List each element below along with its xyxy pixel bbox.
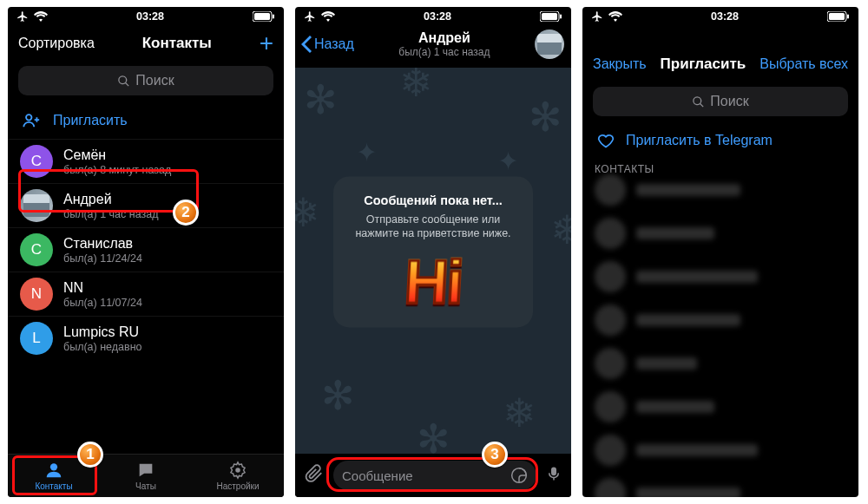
microphone-icon (546, 464, 562, 483)
message-placeholder: Сообщение (342, 468, 413, 483)
greeting-sticker[interactable]: Hi (403, 254, 463, 312)
contact-status: был(а) 11/07/24 (63, 297, 142, 309)
heart-icon (596, 132, 615, 149)
contact-row[interactable]: С Семён был(а) 8 минут назад (8, 139, 284, 183)
contact-status: был(а) недавно (63, 341, 142, 353)
list-item[interactable] (582, 168, 858, 212)
battery-icon (827, 11, 850, 22)
search-icon (692, 95, 705, 108)
tab-label: Контакты (35, 481, 72, 491)
search-icon (117, 75, 130, 88)
message-input-bar: Сообщение (295, 454, 571, 497)
svg-rect-1 (254, 13, 270, 20)
airplane-mode-icon (304, 10, 316, 23)
contact-status: был(а) 11/24/24 (63, 252, 142, 265)
status-bar: 03:28 (582, 7, 858, 24)
screen-contacts: 03:28 Сортировка Контакты + Поиск Пригла… (8, 7, 284, 497)
avatar (20, 189, 53, 222)
svg-point-3 (26, 115, 31, 120)
empty-chat-bubble[interactable]: Сообщений пока нет... Отправьте сообщени… (333, 176, 533, 327)
wifi-icon (608, 11, 622, 22)
invite-header: Закрыть Пригласить Выбрать всех (582, 45, 858, 83)
tab-bar: Контакты Чаты Настройки (8, 454, 284, 497)
avatar: L (20, 322, 53, 355)
search-placeholder: Поиск (710, 94, 748, 109)
status-time: 03:28 (424, 10, 451, 23)
chat-background: ✻❄✻ ❄❄ ✻❄✻ ✦✦ Сообщений пока нет... Отпр… (295, 68, 571, 454)
sticker-icon[interactable] (510, 467, 528, 484)
contact-name: Андрей (63, 192, 159, 207)
select-all-button[interactable]: Выбрать всех (760, 56, 848, 72)
contact-status: был(а) 8 минут назад (63, 164, 171, 176)
svg-rect-7 (542, 13, 557, 20)
contact-row[interactable]: L Lumpics RU был(а) недавно (8, 316, 284, 360)
airplane-mode-icon (591, 10, 603, 23)
invite-telegram-row[interactable]: Пригласить в Telegram (582, 123, 858, 158)
invite-title: Пригласить (661, 56, 746, 73)
contact-name: Станислав (63, 236, 142, 252)
svg-rect-11 (829, 13, 845, 20)
avatar: С (20, 233, 53, 266)
screen-chat: 03:28 Назад Андрей был(а) 1 час назад ✻❄… (295, 7, 571, 497)
invite-icon (22, 111, 41, 130)
contact-row[interactable]: Андрей был(а) 1 час назад (8, 183, 284, 227)
tab-settings[interactable]: Настройки (192, 455, 284, 497)
status-time: 03:28 (711, 10, 739, 23)
chats-tab-icon (135, 461, 156, 480)
tab-label: Чаты (135, 481, 156, 491)
step-marker-2: 2 (173, 200, 199, 226)
search-input[interactable]: Поиск (18, 66, 273, 95)
list-item[interactable] (582, 212, 858, 255)
contact-name: NN (63, 280, 142, 296)
battery-icon (540, 11, 562, 22)
search-input[interactable]: Поиск (593, 87, 848, 116)
tab-chats[interactable]: Чаты (100, 455, 192, 497)
back-button[interactable]: Назад (300, 36, 354, 53)
svg-point-4 (50, 463, 57, 470)
search-placeholder: Поиск (135, 73, 174, 88)
chevron-left-icon (300, 36, 312, 53)
contact-status: был(а) 1 час назад (63, 208, 159, 220)
invite-label: Пригласить (53, 113, 128, 128)
contact-row[interactable]: N NN был(а) 11/07/24 (8, 272, 284, 316)
list-item[interactable] (582, 472, 858, 497)
list-item[interactable] (582, 255, 858, 298)
avatar: N (20, 278, 53, 311)
bubble-title: Сообщений пока нет... (345, 193, 521, 207)
battery-icon (253, 11, 275, 22)
close-button[interactable]: Закрыть (593, 56, 647, 72)
header: Сортировка Контакты + (8, 24, 284, 62)
add-contact-button[interactable]: + (260, 31, 273, 56)
contact-list: С Семён был(а) 8 минут назад Андрей был(… (8, 139, 284, 360)
screen-invite: 03:28 Закрыть Пригласить Выбрать всех По… (582, 7, 858, 497)
list-item[interactable] (582, 429, 858, 472)
invite-row[interactable]: Пригласить (8, 102, 284, 139)
airplane-mode-icon (16, 10, 29, 23)
contacts-tab-icon (43, 461, 64, 480)
step-marker-3: 3 (482, 442, 508, 468)
settings-tab-icon (227, 461, 248, 480)
svg-rect-12 (847, 15, 849, 19)
step-marker-1: 1 (77, 442, 103, 468)
list-item[interactable] (582, 385, 858, 429)
tab-label: Настройки (216, 481, 259, 491)
list-item[interactable] (582, 298, 858, 342)
blurred-contacts-list (582, 168, 858, 497)
chat-contact-name: Андрей (354, 30, 535, 46)
back-label: Назад (314, 36, 354, 52)
contact-row[interactable]: С Станислав был(а) 11/24/24 (8, 227, 284, 272)
message-input[interactable]: Сообщение (333, 461, 536, 490)
avatar: С (20, 145, 53, 178)
chat-header: Назад Андрей был(а) 1 час назад (295, 24, 571, 64)
status-bar: 03:28 (295, 7, 571, 24)
svg-rect-2 (273, 15, 274, 19)
chat-avatar[interactable] (535, 29, 564, 59)
paperclip-icon (305, 464, 324, 483)
list-item[interactable] (582, 342, 858, 385)
wifi-icon (34, 11, 48, 22)
attach-button[interactable] (302, 464, 326, 487)
svg-rect-8 (560, 15, 562, 19)
header-title: Контакты (142, 35, 212, 52)
sort-button[interactable]: Сортировка (18, 36, 95, 51)
voice-button[interactable] (543, 464, 564, 487)
